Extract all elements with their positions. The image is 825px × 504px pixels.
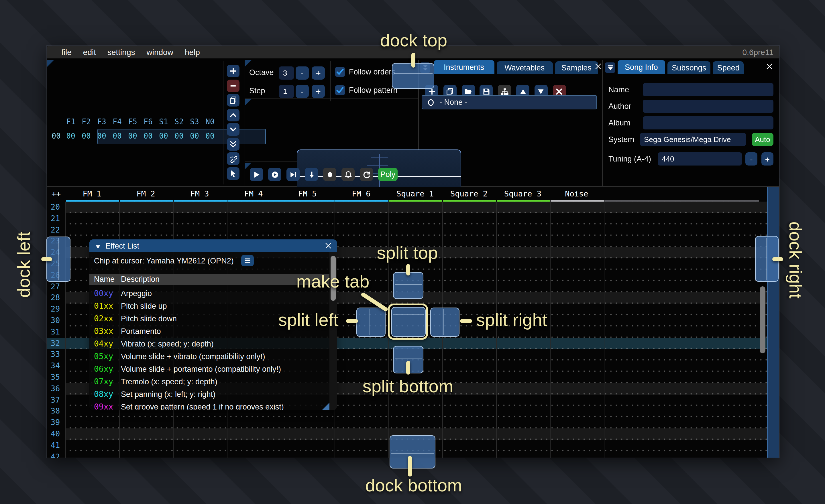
collapse-triangle-icon[interactable] xyxy=(94,242,101,249)
effect-list-menu-button[interactable] xyxy=(241,255,254,266)
tab-samples[interactable]: Samples xyxy=(555,61,598,74)
channel-header-fm-5[interactable]: FM 5 xyxy=(281,189,334,198)
remove-order-button[interactable] xyxy=(227,79,239,92)
menu-item-window[interactable]: window xyxy=(146,48,173,57)
name-field[interactable] xyxy=(643,83,773,96)
step-input[interactable]: 1 xyxy=(279,85,294,98)
tuning-input[interactable]: 440 xyxy=(658,152,742,166)
step-increase-button[interactable]: + xyxy=(312,85,325,98)
channel-header-noise[interactable]: Noise xyxy=(550,189,604,198)
orders-cell[interactable]: 00 xyxy=(94,132,109,140)
orders-cell[interactable]: 00 xyxy=(110,132,125,140)
play-circle-icon xyxy=(271,170,279,178)
effect-description: Vibrato (x: speed; y: depth) xyxy=(121,340,214,348)
pane-separator[interactable] xyxy=(245,60,245,187)
duplicate-order-to-end-button[interactable] xyxy=(227,138,239,150)
row-number: 21 xyxy=(47,213,64,225)
pane-separator[interactable] xyxy=(245,98,418,99)
orders-cell[interactable]: 00 xyxy=(156,132,171,140)
follow-orders-checkbox[interactable] xyxy=(335,67,345,77)
octave-decrease-button[interactable]: - xyxy=(296,67,309,80)
effect-list-resize-grip[interactable] xyxy=(322,403,329,410)
effect-row[interactable]: 08xySet panning (x: left; y: right) xyxy=(89,388,329,401)
orders-cell[interactable]: 00 xyxy=(203,132,217,140)
channel-underline xyxy=(443,199,496,201)
song-info-close-icon[interactable] xyxy=(765,63,773,70)
effect-table-header[interactable]: Name Description xyxy=(89,274,329,285)
menu-item-settings[interactable]: settings xyxy=(107,48,135,57)
row-number: 22 xyxy=(47,224,64,236)
system-auto-button[interactable]: Auto xyxy=(752,133,773,146)
effect-list-close-icon[interactable] xyxy=(324,242,332,250)
channel-header-square-3[interactable]: Square 3 xyxy=(496,189,550,198)
move-order-down-button[interactable] xyxy=(227,123,239,136)
order-change-mode-button[interactable] xyxy=(227,167,239,180)
effect-row[interactable]: 07xyTremolo (x: speed; y: depth) xyxy=(89,376,329,388)
split-target-right[interactable] xyxy=(430,308,459,337)
step-decrease-button[interactable]: - xyxy=(296,85,309,98)
tab-list-popup-button[interactable] xyxy=(605,63,615,73)
split-target-top[interactable] xyxy=(393,272,424,299)
orders-cell[interactable]: 00 xyxy=(125,132,140,140)
instrument-item-none[interactable]: - None - xyxy=(422,95,597,109)
orders-cell[interactable]: 00 xyxy=(187,132,202,140)
duplicate-order-button[interactable] xyxy=(227,94,239,106)
orders-cell[interactable]: 00 xyxy=(171,132,186,140)
channel-header-fm-6[interactable]: FM 6 xyxy=(334,189,388,198)
instruments-close-icon[interactable] xyxy=(594,63,602,70)
add-order-button[interactable] xyxy=(227,65,239,77)
effect-row[interactable]: 04xyVibrato (x: speed; y: depth) xyxy=(89,338,329,350)
follow-pattern-checkbox[interactable] xyxy=(335,85,345,95)
deep-clone-order-button[interactable] xyxy=(227,152,239,165)
pattern-expand-corner[interactable]: ++ xyxy=(48,189,64,198)
step-one-row-button[interactable] xyxy=(305,168,318,181)
tab-wavetables[interactable]: Wavetables xyxy=(497,61,552,74)
octave-increase-button[interactable]: + xyxy=(312,67,325,80)
metronome-button[interactable] xyxy=(342,168,355,181)
channel-header-square-1[interactable]: Square 1 xyxy=(388,189,442,198)
orders-cell[interactable]: 00 xyxy=(63,132,78,140)
tab-subsongs[interactable]: Subsongs xyxy=(667,61,711,74)
tuning-decrease-button[interactable]: - xyxy=(745,152,757,166)
tab-instruments[interactable]: Instruments xyxy=(434,60,494,74)
edit-record-button[interactable] xyxy=(323,168,336,181)
effect-row[interactable]: 06xyVolume slide + portamento (compatibi… xyxy=(89,363,329,376)
dock-target-bottom[interactable] xyxy=(390,435,435,469)
octave-input[interactable]: 3 xyxy=(279,67,294,80)
play-button[interactable] xyxy=(250,168,263,181)
effect-row[interactable]: 00xyArpeggio xyxy=(89,287,329,300)
tab-song-info[interactable]: Song Info xyxy=(618,60,665,74)
orders-header-F2: F2 xyxy=(79,117,94,126)
effect-list-titlebar[interactable]: Effect List xyxy=(89,239,337,252)
chip-at-cursor-label: Chip at cursor: Yamaha YM2612 (OPN2) xyxy=(94,257,234,265)
channel-header-fm-3[interactable]: FM 3 xyxy=(173,189,227,198)
repeat-pattern-button[interactable] xyxy=(360,168,373,181)
menu-item-edit[interactable]: edit xyxy=(83,48,96,57)
play-one-row-button[interactable] xyxy=(287,168,300,181)
orders-cell[interactable]: 00 xyxy=(79,132,94,140)
system-select[interactable]: Sega Genesis/Mega Drive xyxy=(640,133,746,146)
channel-header-square-2[interactable]: Square 2 xyxy=(442,189,496,198)
row-number: 28 xyxy=(47,292,64,304)
effect-row[interactable]: 09xxSet groove pattern (speed 1 if no gr… xyxy=(89,401,329,410)
album-field[interactable] xyxy=(643,116,773,130)
pane-separator[interactable] xyxy=(602,60,603,187)
poly-toggle-button[interactable]: Poly xyxy=(378,168,398,181)
tab-speed[interactable]: Speed xyxy=(713,61,744,74)
row-number: 32 xyxy=(47,338,64,349)
play-from-start-button[interactable] xyxy=(268,168,281,181)
menu-item-file[interactable]: file xyxy=(61,48,72,57)
effect-row[interactable]: 05xyVolume slide + vibrato (compatibilit… xyxy=(89,350,329,363)
split-target-left[interactable] xyxy=(356,308,386,337)
author-field[interactable] xyxy=(643,100,773,113)
orders-cell[interactable]: 00 xyxy=(141,132,156,140)
channel-header-fm-2[interactable]: FM 2 xyxy=(119,189,173,198)
tuning-increase-button[interactable]: + xyxy=(761,152,773,166)
menu-item-help[interactable]: help xyxy=(185,48,200,57)
channel-header-fm-1[interactable]: FM 1 xyxy=(65,189,119,198)
effect-code: 00xy xyxy=(94,289,113,298)
pattern-channel-header[interactable]: ++ FM 1FM 2FM 3FM 4FM 5FM 6Square 1Squar… xyxy=(47,187,779,201)
pattern-scrollbar-thumb[interactable] xyxy=(760,286,765,353)
channel-header-fm-4[interactable]: FM 4 xyxy=(227,189,281,198)
move-order-up-button[interactable] xyxy=(227,108,239,121)
